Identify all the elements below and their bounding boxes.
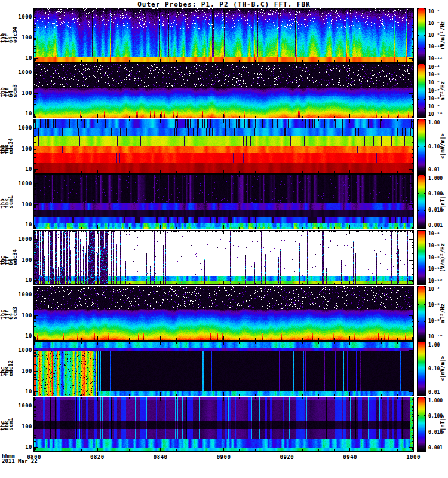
colorbar-unit-label: (V/m)²/Hz xyxy=(438,231,447,284)
colorbar-thc_fff_64_edc34 xyxy=(417,230,426,285)
spectrogram-thc_fff_64_edc34 xyxy=(33,230,414,285)
y-axis-tick-label: 1000 xyxy=(12,292,32,298)
time-axis-caption: hhmm 2011 Mar 22 xyxy=(2,454,38,464)
spectrogram-thb_fbk_scm1 xyxy=(33,174,414,229)
y-axis-tick-label: 1000 xyxy=(12,125,32,131)
colorbar-unit-text: (V/m)²/Hz xyxy=(441,21,445,50)
y-axis-tick-label: 10 xyxy=(12,444,32,450)
time-tick-label: 0900 xyxy=(210,454,238,460)
y-axis-tick-label: 1000 xyxy=(12,347,32,353)
colorbar-unit-label: <|mV/m|> xyxy=(438,120,447,173)
y-axis-tick-label: 100 xyxy=(12,312,32,318)
y-axis-tick-label: 1000 xyxy=(12,69,32,75)
colorbar-unit-label: nT²/Hz xyxy=(438,286,447,340)
y-axis-tick-label: 10 xyxy=(12,111,32,117)
colorbar-unit-label: (V/m)²/Hz xyxy=(438,8,447,62)
panel-variable-label-text: thcfbkscm1 xyxy=(1,418,13,431)
y-axis-tick-label: 100 xyxy=(12,424,32,430)
spectrogram-thc_fff_64_scm3 xyxy=(33,286,414,341)
colorbar-thc_fbk_edc12 xyxy=(417,341,426,396)
colorbar-thb_fff_64_edc34 xyxy=(417,8,426,63)
colorbar-unit-text: nT²/Hz xyxy=(441,81,445,101)
y-axis-tick-label: 10 xyxy=(12,388,32,394)
time-tick-label: 0820 xyxy=(84,454,111,460)
y-axis-tick-label: 10 xyxy=(12,166,32,172)
y-axis-tick-label: 100 xyxy=(12,201,32,207)
colorbar-unit-text: (V/m)²/Hz xyxy=(441,243,445,272)
colorbar-unit-label: <|nT|> xyxy=(438,397,447,451)
time-tick-label: 0920 xyxy=(273,454,300,460)
y-axis-tick-label: 10 xyxy=(12,277,32,283)
y-axis-tick-label: 1000 xyxy=(12,403,32,409)
spectrogram-thb_fff_64_edc34 xyxy=(33,8,414,63)
y-axis-tick-label: 100 xyxy=(12,90,32,96)
spectrogram-thc_fbk_scm1 xyxy=(33,397,414,452)
colorbar-thb_fbk_edc34 xyxy=(417,119,426,174)
colorbar-unit-label: <|nT|> xyxy=(438,175,447,229)
colorbar-unit-text: <|nT|> xyxy=(441,415,445,434)
time-tick-label: 0940 xyxy=(336,454,364,460)
colorbar-thc_fbk_scm1 xyxy=(417,397,426,452)
panel-variable-label-text: thcfbkedc12 xyxy=(1,360,13,376)
y-axis-tick-label: 100 xyxy=(12,257,32,263)
time-tick-label: 1000 xyxy=(400,454,427,460)
panel-variable-label-text: thbfbkedc34 xyxy=(1,138,13,154)
spectrogram-thb_fff_64_scm3 xyxy=(33,63,414,118)
colorbar-unit-text: <|nT|> xyxy=(441,192,445,212)
y-axis-tick-label: 10 xyxy=(12,333,32,339)
date-label: 2011 Mar 22 xyxy=(2,459,38,464)
colorbar-thc_fff_64_scm3 xyxy=(417,286,426,341)
colorbar-unit-text: <|mV/m|> xyxy=(441,356,445,381)
colorbar-unit-text: nT²/Hz xyxy=(441,304,445,323)
y-axis-tick-label: 100 xyxy=(12,146,32,152)
y-axis-tick-label: 1000 xyxy=(12,14,32,20)
colorbar-unit-label: <|mV/m|> xyxy=(438,342,447,396)
panel-variable-label-text: thbfbkscm1 xyxy=(1,195,13,209)
spectrogram-thb_fbk_edc34 xyxy=(33,119,414,174)
y-axis-tick-label: 10 xyxy=(12,222,32,228)
colorbar-unit-text: <|mV/m|> xyxy=(441,133,445,159)
time-tick-label: 0840 xyxy=(147,454,174,460)
y-axis-tick-label: 1000 xyxy=(12,180,32,186)
colorbar-thb_fbk_scm1 xyxy=(417,174,426,229)
spectrogram-thc_fbk_edc12 xyxy=(33,341,414,396)
tplot-figure: Outer Probes: P1, P2 (TH-B,C) FFT, FBK t… xyxy=(0,0,448,478)
y-axis-tick-label: 100 xyxy=(12,368,32,374)
colorbar-thb_fff_64_scm3 xyxy=(417,63,426,118)
y-axis-tick-label: 100 xyxy=(12,35,32,41)
y-axis-tick-label: 1000 xyxy=(12,236,32,242)
colorbar-unit-label: nT²/Hz xyxy=(438,64,447,118)
y-axis-tick-label: 10 xyxy=(12,55,32,61)
